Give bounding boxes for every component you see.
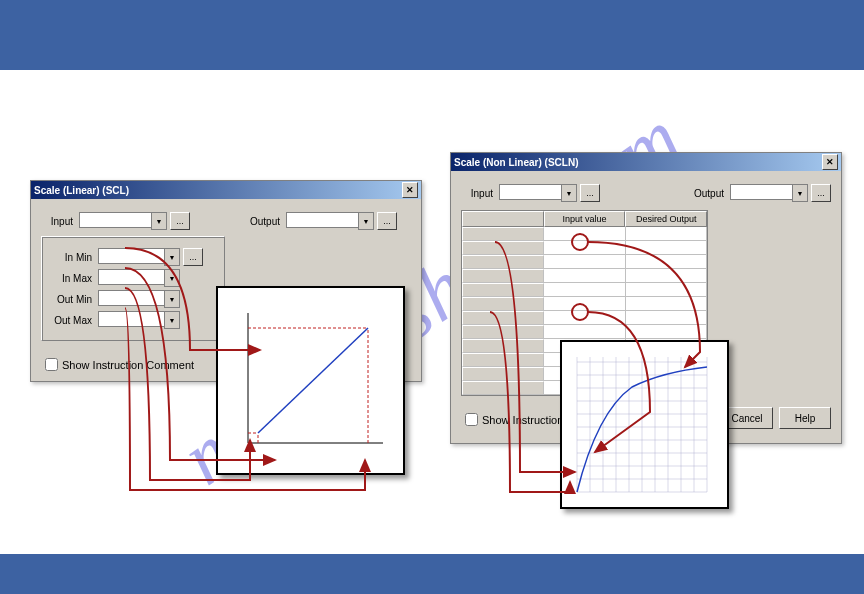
input-label: Input <box>461 188 493 199</box>
svg-line-2 <box>258 328 368 433</box>
output-browse-button[interactable]: ... <box>377 212 397 230</box>
help-button[interactable]: Help <box>779 407 831 429</box>
outmax-label: Out Max <box>48 315 92 326</box>
outmin-label: Out Min <box>48 294 92 305</box>
title-text: Scale (Non Linear) (SCLN) <box>454 157 578 168</box>
inmin-field[interactable]: ▼ <box>98 248 180 266</box>
input-label: Input <box>41 216 73 227</box>
outmin-field[interactable]: ▼ <box>98 290 180 308</box>
nonlinear-chart-svg <box>562 342 727 507</box>
plot-linear <box>216 286 405 475</box>
input-browse-button[interactable]: ... <box>170 212 190 230</box>
title-text: Scale (Linear) (SCL) <box>34 185 129 196</box>
linear-chart-svg <box>218 288 403 473</box>
output-label: Output <box>694 188 724 199</box>
top-banner <box>0 0 864 70</box>
output-label: Output <box>250 216 280 227</box>
output-browse-button[interactable]: ... <box>811 184 831 202</box>
inmin-label: In Min <box>48 252 92 263</box>
inmin-browse[interactable]: ... <box>183 248 203 266</box>
titlebar-linear: Scale (Linear) (SCL) ✕ <box>31 181 421 199</box>
input-browse-button[interactable]: ... <box>580 184 600 202</box>
col-input: Input value <box>544 211 626 227</box>
close-icon[interactable]: ✕ <box>402 182 418 198</box>
plot-nonlinear <box>560 340 729 509</box>
bottom-banner <box>0 554 864 594</box>
input-combo[interactable]: ▼ <box>499 184 577 202</box>
output-combo[interactable]: ▼ <box>730 184 808 202</box>
show-comment-label: Show Instruction Comment <box>62 359 194 371</box>
input-combo[interactable]: ▼ <box>79 212 167 230</box>
close-icon[interactable]: ✕ <box>822 154 838 170</box>
inmax-label: In Max <box>48 273 92 284</box>
inmax-field[interactable]: ▼ <box>98 269 180 287</box>
output-combo[interactable]: ▼ <box>286 212 374 230</box>
titlebar-nonlinear: Scale (Non Linear) (SCLN) ✕ <box>451 153 841 171</box>
col-output: Desired Output <box>625 211 707 227</box>
outmax-field[interactable]: ▼ <box>98 311 180 329</box>
